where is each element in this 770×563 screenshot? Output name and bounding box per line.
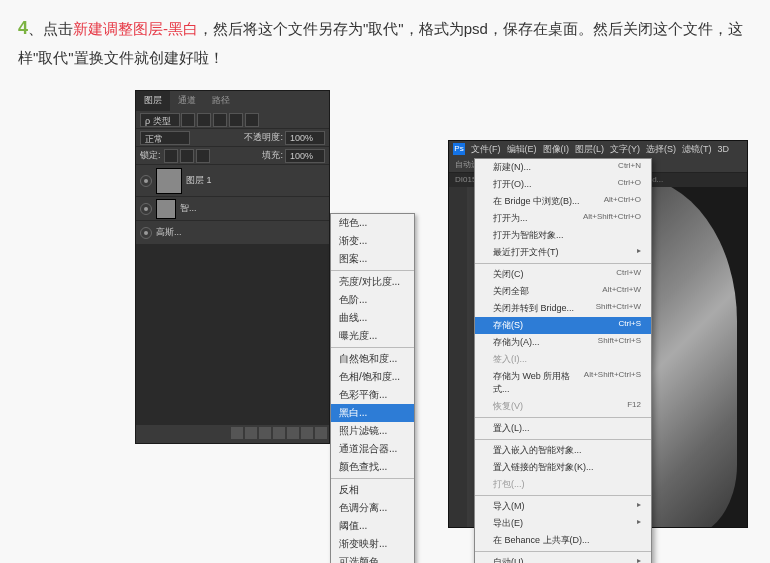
adj-menu-item[interactable]: 通道混合器... [331,440,414,458]
file-menu-item[interactable]: 打开为智能对象... [475,227,651,244]
filter-image-icon[interactable] [181,113,195,127]
filter-adj-icon[interactable] [197,113,211,127]
file-menu-item[interactable]: 导出(E) [475,515,651,532]
menu-text[interactable]: 文字(Y) [610,143,640,156]
menubar: Ps 文件(F) 编辑(E) 图像(I) 图层(L) 文字(Y) 选择(S) 滤… [449,141,747,157]
file-menu-item[interactable]: 置入链接的智能对象(K)... [475,459,651,476]
adj-menu-item[interactable]: 纯色... [331,214,414,232]
menu-3d[interactable]: 3D [718,144,730,154]
step-number: 4 [18,18,28,38]
lock-pixels-icon[interactable] [164,149,178,163]
tools-panel[interactable] [449,187,467,527]
file-menu-item[interactable]: 在 Bridge 中浏览(B)...Alt+Ctrl+O [475,193,651,210]
new-layer-icon[interactable] [301,427,313,439]
adj-menu-item[interactable]: 曲线... [331,309,414,327]
menu-layer[interactable]: 图层(L) [575,143,604,156]
layer-name: 智... [180,202,197,215]
adj-menu-item[interactable]: 亮度/对比度... [331,273,414,291]
file-menu-item[interactable]: 最近打开文件(T) [475,244,651,261]
adj-menu-item[interactable]: 渐变映射... [331,535,414,553]
ps-logo-icon: Ps [453,143,465,155]
instruction-text: 4、点击新建调整图层-黑白，然后将这个文件另存为"取代"，格式为psd，保存在桌… [0,0,770,83]
group-icon[interactable] [287,427,299,439]
trash-icon[interactable] [315,427,327,439]
fx-icon[interactable] [245,427,257,439]
menu-filter[interactable]: 滤镜(T) [682,143,712,156]
file-menu-item[interactable]: 签入(I)... [475,351,651,368]
panel-tabs: 图层 通道 路径 [136,91,329,111]
file-menu-item[interactable]: 存储为 Web 所用格式...Alt+Shift+Ctrl+S [475,368,651,398]
adj-menu-item[interactable]: 图案... [331,250,414,268]
opacity-label: 不透明度: [244,131,283,144]
adj-menu-item[interactable]: 色调分离... [331,499,414,517]
layer-item[interactable]: 图层 1 [136,165,329,197]
file-menu-item[interactable]: 打开(O)...Ctrl+O [475,176,651,193]
blend-mode-dropdown[interactable]: 正常 [140,131,190,145]
menu-edit[interactable]: 编辑(E) [507,143,537,156]
layer-thumb [156,168,182,194]
new-adjustment-icon[interactable] [273,427,285,439]
adj-menu-item[interactable]: 照片滤镜... [331,422,414,440]
filter-text-icon[interactable] [213,113,227,127]
menu-select[interactable]: 选择(S) [646,143,676,156]
file-menu-item[interactable]: 自动(U) [475,554,651,563]
link-icon[interactable] [231,427,243,439]
adj-menu-item[interactable]: 自然饱和度... [331,350,414,368]
file-menu-item[interactable]: 导入(M) [475,498,651,515]
highlight-text: 新建调整图层-黑白 [73,20,198,37]
file-menu-item[interactable]: 恢复(V)F12 [475,398,651,415]
filter-smart-icon[interactable] [245,113,259,127]
mask-icon[interactable] [259,427,271,439]
opacity-value[interactable]: 100% [285,131,325,145]
adj-menu-item[interactable]: 曝光度... [331,327,414,345]
filter-shape-icon[interactable] [229,113,243,127]
file-menu-item[interactable]: 关闭全部Alt+Ctrl+W [475,283,651,300]
file-menu-item[interactable]: 新建(N)...Ctrl+N [475,159,651,176]
layer-thumb [156,199,176,219]
visibility-icon[interactable] [140,203,152,215]
file-menu: 新建(N)...Ctrl+N打开(O)...Ctrl+O在 Bridge 中浏览… [474,158,652,563]
layer-item[interactable]: 高斯... [136,221,329,245]
layers-panel: 图层 通道 路径 ρ 类型 正常 不透明度: 100% 锁定: 填充: 100% [135,90,330,444]
lock-position-icon[interactable] [180,149,194,163]
adj-menu-item[interactable]: 阈值... [331,517,414,535]
menu-image[interactable]: 图像(I) [543,143,570,156]
layer-name: 高斯... [156,226,182,239]
tab-paths[interactable]: 路径 [204,91,238,111]
adj-menu-item[interactable]: 色彩平衡... [331,386,414,404]
file-menu-item[interactable]: 关闭(C)Ctrl+W [475,266,651,283]
file-menu-item[interactable]: 存储(S)Ctrl+S [475,317,651,334]
adj-menu-item[interactable]: 色相/饱和度... [331,368,414,386]
file-menu-item[interactable]: 存储为(A)...Shift+Ctrl+S [475,334,651,351]
visibility-icon[interactable] [140,227,152,239]
lock-label: 锁定: [140,149,161,162]
file-menu-item[interactable]: 打包(...) [475,476,651,493]
tab-channels[interactable]: 通道 [170,91,204,111]
file-menu-item[interactable]: 置入嵌入的智能对象... [475,442,651,459]
adj-menu-item[interactable]: 反相 [331,481,414,499]
layer-name: 图层 1 [186,174,212,187]
layer-item[interactable]: 智... [136,197,329,221]
adj-menu-item[interactable]: 渐变... [331,232,414,250]
fill-label: 填充: [262,149,283,162]
adj-menu-item[interactable]: 黑白... [331,404,414,422]
layers-footer [136,425,329,443]
adj-menu-item[interactable]: 色阶... [331,291,414,309]
visibility-icon[interactable] [140,175,152,187]
lock-all-icon[interactable] [196,149,210,163]
menu-file[interactable]: 文件(F) [471,143,501,156]
tab-layers[interactable]: 图层 [136,91,170,111]
fill-value[interactable]: 100% [285,149,325,163]
file-menu-item[interactable]: 在 Behance 上共享(D)... [475,532,651,549]
adjustment-menu: 纯色...渐变...图案...亮度/对比度...色阶...曲线...曝光度...… [330,213,415,563]
file-menu-item[interactable]: 关闭并转到 Bridge...Shift+Ctrl+W [475,300,651,317]
adj-menu-item[interactable]: 颜色查找... [331,458,414,476]
file-menu-item[interactable]: 置入(L)... [475,420,651,437]
file-menu-item[interactable]: 打开为...Alt+Shift+Ctrl+O [475,210,651,227]
layer-type-dropdown[interactable]: ρ 类型 [140,113,180,127]
adj-menu-item[interactable]: 可选颜色... [331,553,414,563]
